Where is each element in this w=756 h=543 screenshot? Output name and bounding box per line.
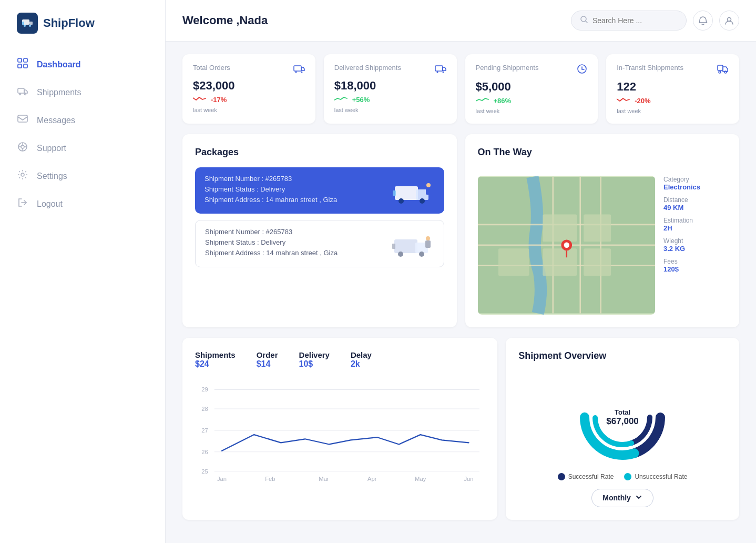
search-input[interactable]	[592, 16, 678, 25]
sidebar-nav: Dashboard Shippments Messages	[0, 51, 165, 218]
notification-button[interactable]	[693, 11, 713, 31]
stats-row: Total Orders $23,000 -17%	[166, 42, 756, 124]
stat-card-pending: Pending Shippments $5,000 +86% last week	[465, 54, 598, 124]
stat-week-in-transit: last week	[617, 108, 729, 114]
svg-text:Feb: Feb	[265, 475, 275, 481]
welcome-title: Welcome ,Nada	[182, 14, 268, 27]
chevron-down-icon	[635, 494, 642, 502]
topbar-right	[571, 11, 739, 31]
sidebar: ShipFlow Dashboard	[0, 0, 166, 543]
svg-point-15	[21, 173, 24, 176]
bottom-row: Shipments $24 Order $14 Delivery 10$ Del…	[166, 327, 756, 532]
sidebar-item-settings-label: Settings	[37, 172, 67, 181]
sidebar-item-messages[interactable]: Messages	[0, 106, 165, 134]
detail-distance: Distance 49 KM	[663, 196, 727, 212]
legend-dot-successful	[558, 473, 565, 480]
packages-card: Packages Shipment Number : #265783 Shipm…	[182, 134, 457, 327]
svg-point-37	[398, 252, 403, 257]
svg-rect-50	[584, 214, 611, 242]
svg-text:26: 26	[201, 448, 208, 455]
svg-point-19	[295, 72, 297, 73]
logo-area: ShipFlow	[0, 13, 165, 51]
svg-rect-7	[18, 64, 22, 68]
stat-value-delivered: $18,000	[334, 79, 446, 93]
detail-fees: Fees 120$	[663, 258, 727, 273]
svg-point-40	[426, 236, 430, 240]
svg-rect-34	[426, 187, 431, 195]
trend-up-icon-pending	[476, 97, 491, 105]
stat-card-in-transit: In-Transit Shippments 122 -	[606, 54, 739, 124]
shipment-item-2[interactable]: Shipment Number : #265783 Shipment Statu…	[195, 220, 444, 267]
search-icon	[580, 15, 588, 26]
dashboard-icon	[17, 58, 28, 71]
shipment-item-1[interactable]: Shipment Number : #265783 Shipment Statu…	[195, 167, 444, 214]
svg-point-30	[399, 198, 404, 204]
user-profile-button[interactable]	[719, 11, 739, 31]
svg-text:Jan: Jan	[217, 475, 227, 481]
svg-rect-5	[18, 58, 22, 62]
sidebar-item-settings[interactable]: Settings	[0, 162, 165, 190]
overview-title: Shipment Overview	[518, 350, 606, 361]
svg-text:28: 28	[201, 406, 208, 412]
on-the-way-details: Category Electronics Distance 49 KM Esti…	[663, 176, 727, 315]
detail-estimation: Estimation 2H	[663, 217, 727, 232]
trend-down-icon	[193, 96, 208, 104]
orders-icon	[293, 64, 305, 76]
main-content: Welcome ,Nada	[166, 0, 756, 543]
stat-label-pending: Pending Shippments	[476, 64, 539, 72]
monthly-label: Monthly	[602, 494, 631, 502]
on-the-way-card: On The Way	[465, 134, 740, 327]
stat-label-delivered: Delivered Shippments	[334, 64, 401, 72]
svg-rect-41	[425, 240, 431, 248]
logo-icon	[17, 13, 38, 34]
stat-card-total-orders: Total Orders $23,000 -17%	[182, 54, 315, 124]
shipment-number-2: Shipment Number : #265783	[205, 228, 386, 236]
sidebar-item-support[interactable]: Support	[0, 134, 165, 162]
sidebar-item-shipments[interactable]: Shippments	[0, 78, 165, 106]
sidebar-item-logout[interactable]: Logout	[0, 190, 165, 218]
trend-up-icon-delivered	[334, 96, 349, 104]
shipments-icon	[17, 86, 28, 99]
svg-point-23	[442, 72, 444, 73]
legend-successful: Successful Rate	[558, 473, 614, 480]
overview-card: Shipment Overview Total $67,000	[506, 338, 739, 520]
svg-rect-1	[22, 22, 24, 25]
stat-week-delivered: last week	[334, 107, 446, 113]
svg-rect-53	[498, 248, 528, 276]
sidebar-item-shipments-label: Shippments	[37, 88, 81, 97]
svg-rect-18	[294, 66, 301, 71]
svg-point-26	[719, 71, 721, 73]
search-bar[interactable]	[571, 11, 687, 31]
svg-rect-51	[543, 248, 577, 276]
svg-point-38	[419, 252, 424, 257]
truck-icon-2	[392, 230, 434, 257]
line-chart-area: 29 28 27 26 25 Jan Feb Mar	[195, 379, 485, 485]
logo-text: ShipFlow	[43, 16, 95, 30]
svg-point-10	[19, 94, 21, 95]
stat-value-in-transit: 122	[617, 80, 729, 94]
monthly-button[interactable]: Monthly	[591, 489, 653, 507]
svg-rect-39	[392, 244, 395, 249]
chart-card: Shipments $24 Order $14 Delivery 10$ Del…	[182, 338, 497, 520]
line-chart-svg: 29 28 27 26 25 Jan Feb Mar	[195, 379, 485, 485]
svg-rect-6	[24, 58, 27, 62]
svg-rect-49	[543, 214, 577, 242]
on-the-way-inner: Category Electronics Distance 49 KM Esti…	[478, 176, 727, 315]
shipment-info-1: Shipment Number : #265783 Shipment Statu…	[205, 175, 386, 206]
svg-point-20	[301, 72, 302, 73]
shipment-address-1: Shipment Address : 14 mahran street , Gi…	[205, 196, 386, 204]
stat-trend-delivered: +56%	[334, 96, 446, 104]
on-the-way-title: On The Way	[478, 147, 727, 158]
svg-point-3	[24, 25, 26, 27]
svg-text:May: May	[415, 475, 426, 481]
svg-rect-21	[435, 66, 443, 71]
svg-point-22	[436, 72, 438, 73]
chart-stat-delivery: Delivery 10$	[299, 350, 330, 369]
detail-category: Category Electronics	[663, 176, 727, 191]
legend-row: Successful Rate Unsuccessful Rate	[518, 473, 727, 480]
svg-rect-32	[393, 190, 396, 196]
svg-text:25: 25	[201, 468, 208, 474]
stat-value-total-orders: $23,000	[193, 79, 305, 93]
sidebar-item-dashboard[interactable]: Dashboard	[0, 51, 165, 78]
map-area	[478, 176, 656, 315]
